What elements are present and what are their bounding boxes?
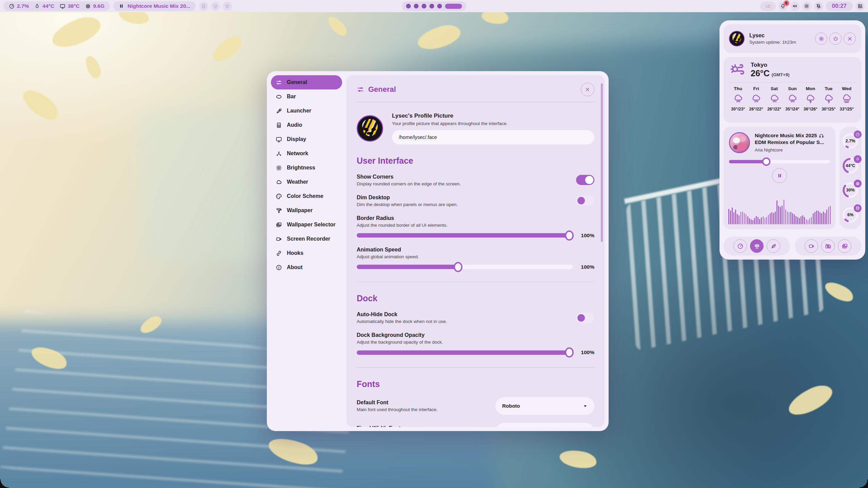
notifications-button[interactable]: 8: [778, 2, 788, 11]
slider[interactable]: [357, 350, 573, 355]
setting-row: Animation SpeedAdjust global animation s…: [357, 247, 594, 270]
sidebar-item-wallpaper-selector[interactable]: Wallpaper Selector: [271, 218, 342, 232]
clock[interactable]: 00:27: [826, 1, 853, 11]
skull-button[interactable]: [199, 2, 208, 11]
setting-desc: Dim the desktop when panels or menus are…: [357, 202, 576, 207]
sidebar-item-about[interactable]: About: [271, 260, 342, 274]
user-avatar: [729, 31, 745, 46]
do-not-disturb-button[interactable]: [814, 2, 823, 11]
forecast-temps: 36°/26°: [804, 107, 817, 111]
track-artist: Aria Nightcore: [755, 147, 824, 152]
forecast-day-name: Sat: [771, 86, 778, 91]
sidebar-item-general[interactable]: General: [271, 75, 342, 89]
profile-path-input[interactable]: /home/lysec/.face: [392, 130, 594, 144]
forecast-day-name: Sun: [788, 86, 797, 91]
forecast-temps: 35°/24°: [785, 107, 799, 111]
close-button[interactable]: [581, 83, 594, 96]
video-button[interactable]: [805, 239, 818, 253]
sidebar-item-launcher[interactable]: Launcher: [271, 104, 342, 118]
slider-value: 100%: [578, 232, 594, 239]
setting-title: Auto-Hide Dock: [357, 311, 576, 318]
media-player-card: Nightcore Music Mix 2025 EDM Remixes of …: [724, 127, 835, 229]
monitor-icon: [60, 3, 65, 9]
seek-slider[interactable]: [729, 160, 830, 163]
info-icon: [276, 264, 282, 271]
slider-thumb[interactable]: [565, 347, 574, 358]
dropdown-select[interactable]: DejaVu Sans Mono: [495, 423, 594, 427]
workspace-dot[interactable]: [430, 4, 434, 8]
sidebar-item-display[interactable]: Display: [271, 132, 342, 146]
profile-scales-button[interactable]: [750, 239, 764, 253]
stat-value: 38°C: [68, 3, 80, 9]
gallery-button[interactable]: [838, 239, 851, 253]
camera-off-button[interactable]: [821, 239, 835, 253]
sidebar-item-wallpaper[interactable]: Wallpaper: [271, 203, 342, 218]
sidebar-item-audio[interactable]: Audio: [271, 118, 342, 132]
media-title: Nightcore Music Mix 20...: [127, 3, 190, 9]
gear-icon: [818, 36, 824, 42]
sidebar-item-label: Wallpaper: [287, 207, 313, 214]
volume-button[interactable]: [790, 2, 800, 11]
sidebar-item-screen-recorder[interactable]: Screen Recorder: [271, 232, 342, 246]
gallery-icon: [276, 222, 282, 228]
settings-content-panel: General Lysec's Profile Picture Your pro…: [347, 75, 605, 427]
user-name: Lysec: [749, 33, 808, 39]
profile-avatar[interactable]: [357, 115, 383, 142]
sidebar-item-color-scheme[interactable]: Color Scheme: [271, 189, 342, 203]
slider-thumb[interactable]: [565, 230, 574, 241]
slider[interactable]: [357, 233, 573, 238]
gallery-icon: [842, 243, 848, 249]
profile-desc: Your profile picture that appears throug…: [392, 121, 594, 126]
stat-value: 44°C: [42, 3, 54, 9]
setting-desc: Display rounded corners on the edge of t…: [357, 181, 576, 186]
album-art: [729, 132, 750, 153]
sidebar-item-network[interactable]: Network: [271, 146, 342, 161]
sidebar-item-bar[interactable]: Bar: [271, 89, 342, 104]
dropdown-value: Roboto: [502, 403, 583, 409]
workspace-dot[interactable]: [406, 4, 411, 8]
workspace-dot[interactable]: [414, 4, 419, 8]
cloud-lightning-icon: [805, 94, 815, 104]
toggle-switch[interactable]: [576, 175, 594, 185]
gauge-badge: [854, 180, 862, 187]
setting-title: Animation Speed: [357, 247, 594, 253]
sidebar-item-brightness[interactable]: Brightness: [271, 161, 342, 175]
workspace-indicator[interactable]: [402, 1, 466, 11]
stat-value: 9.6G: [93, 3, 105, 9]
gear-button[interactable]: [815, 33, 827, 45]
dropdown-select[interactable]: Roboto: [495, 397, 594, 415]
flame-icon: [34, 3, 40, 9]
scrollbar-thumb[interactable]: [601, 83, 603, 242]
slider[interactable]: [357, 265, 573, 269]
sidebar-item-hooks[interactable]: Hooks: [271, 246, 342, 260]
heart-button[interactable]: [223, 2, 232, 11]
dashboard-button[interactable]: [855, 2, 865, 11]
heart-button[interactable]: [211, 2, 220, 11]
cloud-rain-icon: [733, 94, 743, 104]
slider-thumb[interactable]: [454, 262, 462, 272]
forecast-day: Thu30°/23°: [729, 86, 747, 111]
profile-leaf-button[interactable]: [767, 239, 780, 253]
toggle-switch[interactable]: [576, 196, 594, 206]
workspace-dot[interactable]: [437, 4, 442, 8]
forecast-day: Fri26°/22°: [747, 86, 765, 111]
tray-app-button[interactable]: UC: [760, 2, 776, 11]
power-button[interactable]: [829, 33, 842, 45]
pause-button[interactable]: [772, 168, 787, 183]
sidebar-item-weather[interactable]: Weather: [271, 175, 342, 189]
palette-icon: [276, 193, 282, 200]
x-button[interactable]: [844, 33, 856, 45]
roller-icon: [276, 207, 282, 214]
brightness-button[interactable]: [802, 2, 811, 11]
toggle-switch[interactable]: [576, 313, 594, 323]
pause-icon: [119, 3, 124, 9]
forecast-day: Wed33°/25°: [838, 86, 856, 111]
profile-gauge-button[interactable]: [733, 239, 747, 253]
workspace-active[interactable]: [445, 4, 462, 9]
audio-visualizer: [728, 199, 831, 224]
workspace-dot[interactable]: [422, 4, 427, 8]
media-pill[interactable]: Nightcore Music Mix 20...: [113, 1, 196, 11]
setting-desc: Adjust the background opacity of the doc…: [357, 340, 594, 345]
top-bar: 2.7%44°C38°C9.6G Nightcore Music Mix 20.…: [0, 0, 868, 12]
setting-title: Border Radius: [357, 215, 594, 221]
